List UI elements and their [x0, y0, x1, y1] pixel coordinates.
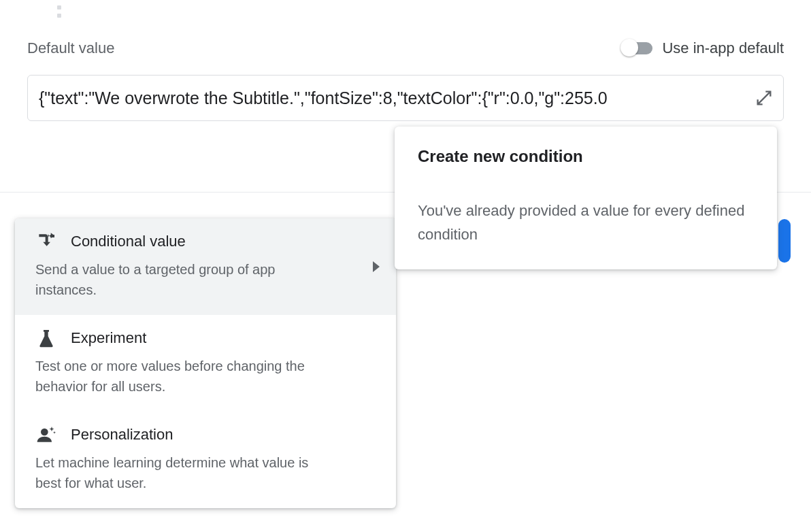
option-title: Personalization [71, 426, 173, 444]
add-value-options-menu: Conditional value Send a value to a targ… [15, 218, 396, 508]
drag-dots-icon [57, 5, 61, 18]
option-conditional-value[interactable]: Conditional value Send a value to a targ… [15, 218, 396, 315]
option-personalization[interactable]: Personalization Let machine learning det… [15, 412, 396, 508]
tooltip-body: You've already provided a value for ever… [418, 199, 754, 246]
chevron-right-icon [373, 261, 380, 272]
experiment-icon [35, 327, 57, 349]
default-value-field[interactable] [27, 75, 784, 121]
option-description: Send a value to a targeted group of app … [35, 259, 321, 300]
default-value-input[interactable] [39, 88, 748, 108]
button-behind [778, 219, 791, 263]
option-title: Conditional value [71, 233, 186, 250]
option-description: Test one or more values before changing … [35, 356, 321, 397]
toggle-knob [620, 39, 638, 56]
option-description: Let machine learning determine what valu… [35, 452, 321, 493]
default-value-label: Default value [27, 39, 114, 57]
expand-icon[interactable] [755, 88, 774, 107]
create-condition-tooltip: Create new condition You've already prov… [395, 127, 777, 269]
drag-handle[interactable] [57, 5, 784, 18]
conditional-icon [35, 231, 57, 252]
option-experiment[interactable]: Experiment Test one or more values befor… [15, 315, 396, 412]
tooltip-title: Create new condition [418, 147, 754, 166]
use-in-app-default-label: Use in-app default [662, 39, 784, 57]
option-title: Experiment [71, 329, 146, 347]
personalization-icon [35, 424, 57, 446]
svg-point-1 [41, 429, 48, 436]
use-in-app-default-toggle[interactable] [623, 42, 652, 54]
svg-marker-0 [51, 233, 54, 238]
